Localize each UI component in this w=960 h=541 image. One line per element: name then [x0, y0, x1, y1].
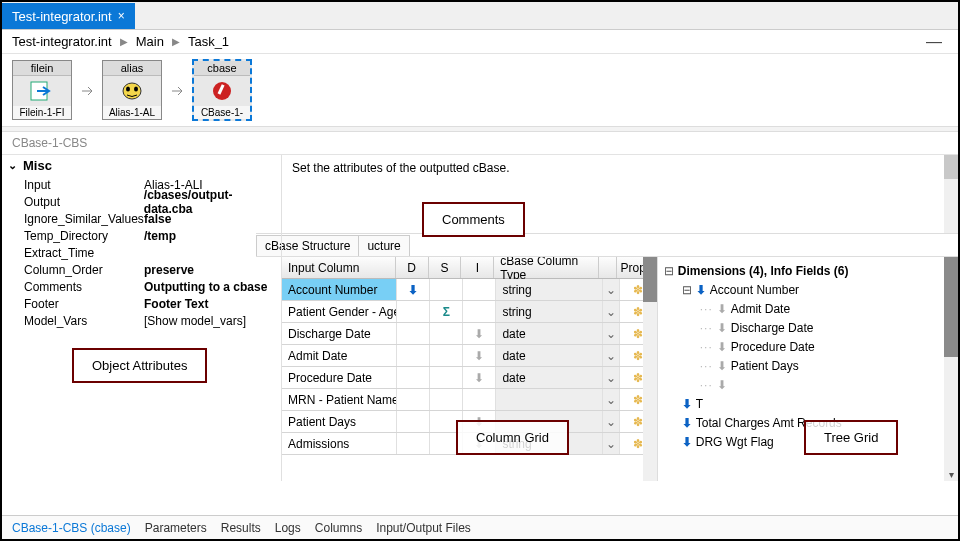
type-dropdown-icon[interactable]: ⌄ [603, 367, 620, 388]
table-row[interactable]: Discharge Date⬇date⌄✽ [282, 323, 657, 345]
scroll-thumb[interactable] [643, 257, 657, 302]
input-column-cell[interactable]: MRN - Patient Name [282, 389, 397, 410]
attribute-row[interactable]: CommentsOutputting to a cbase [24, 278, 281, 295]
attribute-row[interactable]: Extract_Time [24, 244, 281, 261]
grid-scrollbar[interactable] [643, 257, 657, 481]
input-column-cell[interactable]: Admit Date [282, 345, 397, 366]
input-column-cell[interactable]: Admissions [282, 433, 397, 454]
d-cell[interactable] [397, 411, 430, 432]
bottom-tab-parameters[interactable]: Parameters [145, 521, 207, 535]
expander-icon[interactable]: ⊟ [664, 264, 674, 278]
col-d[interactable]: D [396, 257, 429, 278]
minimize-icon[interactable]: — [926, 33, 948, 51]
gear-icon[interactable]: ✽ [633, 305, 643, 319]
type-dropdown-icon[interactable]: ⌄ [603, 389, 620, 410]
table-row[interactable]: Account Number⬇string⌄✽ [282, 279, 657, 301]
s-cell[interactable] [430, 345, 463, 366]
s-cell[interactable] [430, 323, 463, 344]
close-icon[interactable]: × [118, 9, 125, 23]
breadcrumb-main[interactable]: Main [136, 34, 164, 49]
gear-icon[interactable]: ✽ [633, 283, 643, 297]
attribute-row[interactable]: Output/cbases/output-data.cba [24, 193, 281, 210]
type-cell[interactable] [496, 389, 602, 410]
i-cell[interactable] [463, 389, 496, 410]
col-i[interactable]: I [461, 257, 494, 278]
tree-item[interactable]: ··· ⬇Patient Days [664, 356, 952, 375]
scroll-thumb[interactable] [944, 155, 958, 179]
attribute-row[interactable]: Temp_Directory/temp [24, 227, 281, 244]
gear-icon[interactable]: ✽ [633, 327, 643, 341]
tab-structure[interactable]: ucture [358, 235, 409, 256]
input-column-cell[interactable]: Discharge Date [282, 323, 397, 344]
tree-item[interactable]: ⊟⬇Account Number [664, 280, 952, 299]
expander-icon[interactable]: ⊟ [682, 283, 692, 297]
comments-box[interactable]: Set the attributes of the outputted cBas… [282, 155, 958, 233]
i-cell[interactable]: ⬇ [463, 323, 496, 344]
collapse-icon[interactable]: ⌄ [8, 159, 17, 172]
bottom-tab-io-files[interactable]: Input/Output Files [376, 521, 471, 535]
tree-item[interactable]: ··· ⬇Admit Date [664, 299, 952, 318]
gear-icon[interactable]: ✽ [633, 371, 643, 385]
gear-icon[interactable]: ✽ [633, 415, 643, 429]
gear-icon[interactable]: ✽ [633, 349, 643, 363]
i-cell[interactable] [463, 301, 496, 322]
input-column-cell[interactable]: Procedure Date [282, 367, 397, 388]
attribute-row[interactable]: Column_Orderpreserve [24, 261, 281, 278]
node-cbase[interactable]: cbase CBase-1- [192, 59, 252, 121]
type-dropdown-icon[interactable]: ⌄ [603, 323, 620, 344]
table-row[interactable]: Procedure Date⬇date⌄✽ [282, 367, 657, 389]
d-cell[interactable]: ⬇ [397, 279, 430, 300]
table-row[interactable]: MRN - Patient Name⌄✽ [282, 389, 657, 411]
bottom-tab-cbase[interactable]: CBase-1-CBS (cbase) [12, 521, 131, 535]
s-cell[interactable] [430, 389, 463, 410]
s-cell[interactable] [430, 279, 463, 300]
input-column-cell[interactable]: Account Number [282, 279, 397, 300]
d-cell[interactable] [397, 389, 430, 410]
gear-icon[interactable]: ✽ [633, 437, 643, 451]
type-cell[interactable]: string [496, 279, 602, 300]
tree-item[interactable]: ⬇T [664, 394, 952, 413]
table-row[interactable]: Patient Gender - Age ...Σstring⌄✽ [282, 301, 657, 323]
d-cell[interactable] [397, 345, 430, 366]
file-tab[interactable]: Test-integrator.int × [2, 3, 135, 29]
tree-item[interactable]: ··· ⬇ [664, 375, 952, 394]
node-alias[interactable]: alias Alias-1-AL [102, 60, 162, 120]
i-cell[interactable] [463, 279, 496, 300]
input-column-cell[interactable]: Patient Days [282, 411, 397, 432]
breadcrumb-file[interactable]: Test-integrator.int [12, 34, 112, 49]
col-s[interactable]: S [429, 257, 462, 278]
bottom-tab-logs[interactable]: Logs [275, 521, 301, 535]
scrollbar[interactable] [944, 155, 958, 233]
bottom-tab-results[interactable]: Results [221, 521, 261, 535]
misc-section-header[interactable]: ⌄ Misc [2, 155, 281, 176]
s-cell[interactable]: Σ [430, 301, 463, 322]
scroll-thumb[interactable] [944, 257, 958, 357]
type-dropdown-icon[interactable]: ⌄ [603, 301, 620, 322]
attribute-row[interactable]: FooterFooter Text [24, 295, 281, 312]
chevron-down-icon[interactable]: ▾ [944, 467, 958, 481]
s-cell[interactable] [430, 367, 463, 388]
type-cell[interactable]: string [496, 301, 602, 322]
d-cell[interactable] [397, 301, 430, 322]
type-cell[interactable]: date [496, 323, 602, 344]
d-cell[interactable] [397, 433, 430, 454]
type-cell[interactable]: date [496, 367, 602, 388]
gear-icon[interactable]: ✽ [633, 393, 643, 407]
tree-root[interactable]: ⊟ Dimensions (4), Info Fields (6) [664, 261, 952, 280]
col-input[interactable]: Input Column [282, 257, 396, 278]
type-cell[interactable]: date [496, 345, 602, 366]
breadcrumb-task[interactable]: Task_1 [188, 34, 229, 49]
tree-item[interactable]: ··· ⬇Procedure Date [664, 337, 952, 356]
input-column-cell[interactable]: Patient Gender - Age ... [282, 301, 397, 322]
d-cell[interactable] [397, 367, 430, 388]
node-filein[interactable]: filein Filein-1-FI [12, 60, 72, 120]
type-dropdown-icon[interactable]: ⌄ [603, 433, 620, 454]
tree-item[interactable]: ··· ⬇Discharge Date [664, 318, 952, 337]
bottom-tab-columns[interactable]: Columns [315, 521, 362, 535]
type-dropdown-icon[interactable]: ⌄ [603, 345, 620, 366]
type-dropdown-icon[interactable]: ⌄ [603, 411, 620, 432]
i-cell[interactable]: ⬇ [463, 345, 496, 366]
i-cell[interactable]: ⬇ [463, 367, 496, 388]
col-type[interactable]: cBase Column Type [494, 257, 599, 278]
tree-scrollbar[interactable]: ▾ [944, 257, 958, 481]
